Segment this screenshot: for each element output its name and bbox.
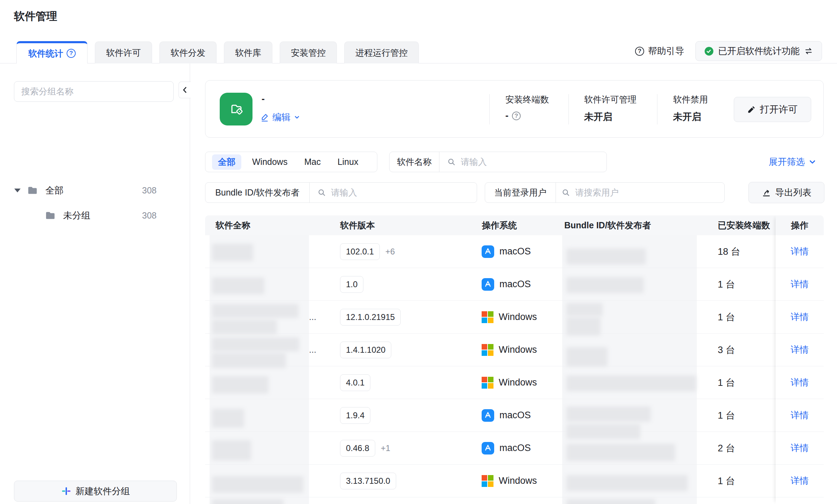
bundle-id-cell [561, 366, 698, 399]
os-filter-linux[interactable]: Linux [332, 157, 364, 167]
bundle-id-input[interactable] [330, 187, 477, 198]
windows-icon [481, 344, 494, 356]
table-body: 102.0.1+6 macOS 18 台 详情 1.0 macOS 1 台 详情… [205, 235, 824, 504]
action-cell: 详情 [776, 366, 824, 399]
stat-value-license-mgmt: 未开启 [584, 110, 612, 123]
stat-value-text: 未开启 [584, 110, 612, 123]
detail-link[interactable]: 详情 [791, 278, 809, 290]
software-name-cell [205, 268, 324, 300]
detail-link[interactable]: 详情 [791, 475, 809, 487]
os-cell: Windows [478, 301, 561, 333]
redacted-text [566, 277, 644, 293]
col-software-name: 软件全称 [205, 220, 324, 231]
swap-icon [804, 46, 813, 56]
software-name-input[interactable] [460, 156, 606, 167]
table-row: 0.46.8+1 macOS 2 台 详情 [205, 432, 824, 465]
action-cell [776, 497, 824, 504]
version-chip[interactable]: 1.0 [340, 276, 363, 293]
version-chip[interactable]: 1.4.1.1020 [340, 342, 391, 358]
col-os: 操作系统 [478, 220, 561, 231]
installed-count-cell: 1 台 [698, 268, 776, 300]
redacted-text [566, 499, 655, 504]
os-label: macOS [499, 279, 531, 290]
search-icon [561, 188, 570, 197]
action-cell: 详情 [776, 268, 824, 300]
tab-software-license[interactable]: 软件许可 [95, 41, 152, 63]
folder-edit-icon [227, 100, 245, 118]
help-guide-link[interactable]: 帮助引导 [635, 45, 684, 57]
action-cell: 详情 [776, 301, 824, 333]
software-version-cell: 102.0.1+6 [324, 235, 478, 268]
group-sidebar: 全部 308 未分组 308 新建软件分组 [0, 63, 190, 504]
tab-software-distribution[interactable]: 软件分发 [159, 41, 217, 63]
os-filter-all[interactable]: 全部 [212, 154, 241, 170]
software-version-cell [324, 497, 478, 504]
detail-link[interactable]: 详情 [791, 344, 809, 356]
bundle-id-filter: Bundle ID/软件发布者 [205, 182, 477, 203]
os-label: macOS [499, 246, 531, 257]
tab-install-control[interactable]: 安装管控 [280, 41, 337, 63]
open-license-button[interactable]: 打开许可 [734, 97, 811, 122]
expand-filters-link[interactable]: 展开筛选 [769, 156, 816, 168]
detail-link[interactable]: 详情 [791, 376, 809, 389]
installed-count-cell: 2 台 [698, 432, 776, 464]
detail-link[interactable]: 详情 [791, 245, 809, 258]
expand-filters-label: 展开筛选 [769, 156, 805, 168]
version-chip[interactable]: 12.1.0.21915 [340, 309, 401, 326]
software-name-cell: ... [205, 334, 324, 366]
software-version-cell: 1.4.1.1020 [324, 334, 478, 366]
os-filter-windows[interactable]: Windows [246, 157, 293, 167]
detail-link[interactable]: 详情 [791, 409, 809, 421]
detail-link[interactable]: 详情 [791, 442, 809, 454]
new-software-group-button[interactable]: 新建软件分组 [14, 481, 177, 502]
redacted-text [212, 440, 251, 460]
table-row: 3.13.7150.0 Windows 1 台 详情 [205, 465, 824, 497]
group-folder-badge [220, 93, 252, 125]
bundle-id-cell [561, 399, 698, 432]
tab-software-library[interactable]: 软件库 [224, 41, 272, 63]
export-list-button[interactable]: 导出列表 [748, 182, 824, 203]
tree-node-all[interactable]: 全部 308 [14, 182, 190, 199]
os-filter-group: 全部 Windows Mac Linux [205, 152, 377, 172]
installed-count-cell: 1 台 [698, 366, 776, 399]
tree-node-ungrouped[interactable]: 未分组 308 [45, 207, 221, 224]
tab-process-control[interactable]: 进程运行管控 [344, 41, 419, 63]
version-chip[interactable]: 0.46.8 [340, 440, 375, 457]
software-version-cell: 1.9.4 [324, 399, 478, 432]
edit-group-link[interactable]: 编辑 [261, 111, 300, 123]
os-cell: macOS [478, 235, 561, 268]
macos-icon [481, 278, 495, 291]
folder-icon [45, 211, 55, 220]
software-name-cell [205, 465, 324, 497]
os-filter-mac[interactable]: Mac [298, 157, 326, 167]
os-cell: Windows [478, 465, 561, 497]
bundle-id-cell [561, 334, 698, 366]
software-name-cell [205, 497, 324, 504]
col-software-version: 软件版本 [324, 220, 478, 231]
help-circle-icon[interactable] [67, 49, 76, 58]
redacted-text [566, 475, 688, 491]
detail-link[interactable]: 详情 [791, 311, 809, 323]
software-version-cell: 3.13.7150.0 [324, 465, 478, 497]
version-chip[interactable]: 1.9.4 [340, 407, 370, 424]
tab-software-stats[interactable]: 软件统计 [16, 41, 88, 63]
stats-enabled-button[interactable]: 已开启软件统计功能 [695, 41, 822, 61]
software-name-cell [205, 432, 324, 464]
export-icon [762, 188, 771, 197]
version-chip[interactable]: 4.0.1 [340, 374, 370, 391]
sidebar-collapse-button[interactable] [179, 82, 191, 98]
software-name-cell [205, 366, 324, 399]
login-user-input[interactable] [574, 187, 724, 198]
col-actions: 操作 [776, 220, 824, 231]
windows-icon [481, 311, 494, 323]
group-search-input[interactable] [14, 81, 174, 102]
table-row: 4.0.1 Windows 1 台 详情 [205, 366, 824, 399]
caret-down-icon[interactable] [14, 189, 21, 192]
installed-count-cell: 18 台 [698, 235, 776, 268]
version-chip[interactable]: 102.0.1 [340, 243, 380, 260]
filter-label: 软件名称 [390, 152, 439, 172]
version-chip[interactable]: 3.13.7150.0 [340, 473, 396, 489]
help-icon[interactable] [512, 112, 521, 120]
redacted-text [212, 320, 277, 334]
tab-label: 软件统计 [28, 48, 63, 59]
